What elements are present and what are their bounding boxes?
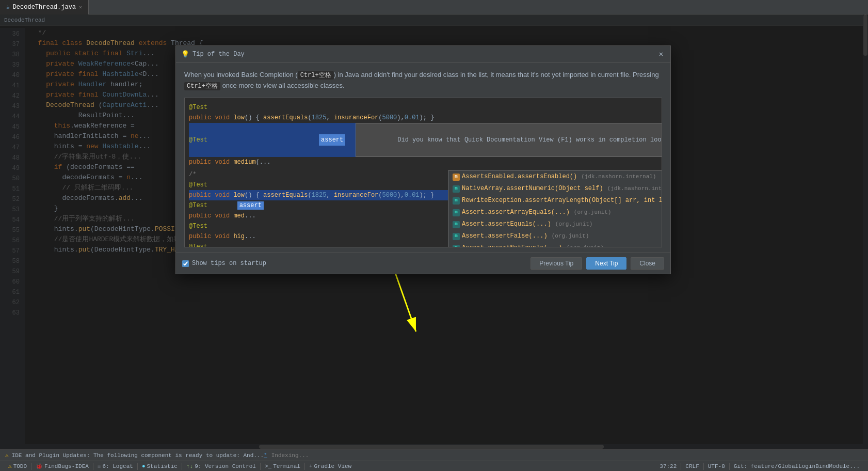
terminal-icon: >_: [265, 463, 271, 469]
comp-icon-3: m: [453, 209, 460, 216]
tip-text: When you invoked Basic Completion (Ctrl+…: [184, 70, 662, 91]
java-icon: ☕: [6, 4, 10, 10]
tab-filename: DecodeThread.java: [13, 4, 76, 11]
message-link[interactable]: *: [264, 452, 267, 459]
next-tip-button[interactable]: Next Tip: [586, 257, 626, 270]
status-line-ending[interactable]: CRLF: [681, 463, 703, 469]
status-vcs[interactable]: ↑↓ 9: Version Control: [182, 461, 260, 471]
comp-item-1[interactable]: m NativeArray.assertNumeric(Object self)…: [448, 183, 662, 195]
status-todo[interactable]: ⚠ TODO: [4, 461, 31, 471]
findbugs-label: FindBugs-IDEA: [44, 463, 89, 469]
tip-dialog: 💡 Tip of the Day ✕ When you invoked Basi…: [175, 45, 671, 274]
dialog-titlebar: 💡 Tip of the Day ✕: [176, 46, 670, 62]
status-position[interactable]: 37:22: [655, 463, 681, 469]
status-encoding[interactable]: UTF-8: [704, 463, 729, 469]
position-label: 37:22: [660, 463, 677, 469]
tip-text-1: When you invoked Basic Completion (: [184, 71, 298, 78]
tip-shortcut-2: Ctrl+空格: [184, 82, 220, 90]
comp-icon-0: m: [453, 174, 460, 181]
dialog-code-snippet: @Test public void low() { assertEquals(1…: [184, 98, 662, 247]
close-button[interactable]: Close: [631, 257, 664, 270]
show-tips-checkbox[interactable]: [182, 260, 189, 267]
gradle-icon: +: [309, 463, 313, 469]
dialog-title-text: Tip of the Day: [192, 51, 245, 58]
show-tips-label: Show tips on startup: [192, 260, 266, 267]
previous-tip-button[interactable]: Previous Tip: [531, 257, 582, 270]
encoding-label: UTF-8: [708, 463, 725, 469]
tip-text-3: once more to view all accessible classes…: [220, 82, 345, 89]
comp-icon-1: m: [453, 185, 460, 193]
status-findbugs[interactable]: 🐞 FindBugs-IDEA: [31, 461, 93, 471]
git-label: Git: feature/GlobalLoginBindModule...: [734, 463, 860, 469]
dialog-title: 💡 Tip of the Day: [181, 50, 245, 58]
status-right: 37:22 CRLF UTF-8 Git: feature/GlobalLogi…: [655, 463, 864, 470]
dialog-body: When you invoked Basic Completion (Ctrl+…: [176, 62, 670, 253]
status-terminal[interactable]: >_ Terminal: [261, 461, 304, 471]
completion-dropdown: m AssertsEnabled.assertsEnabled() (jdk.n…: [448, 170, 662, 247]
comp-item-5[interactable]: m Assert.assertFalse(...) (org.junit): [448, 230, 662, 242]
vcs-label: 9: Version Control: [195, 463, 256, 469]
show-tips-checkbox-label[interactable]: Show tips on startup: [182, 260, 266, 267]
footer-buttons: Previous Tip Next Tip Close: [531, 257, 664, 270]
gradle-label: Gradle View: [314, 463, 352, 469]
warning-icon: ⚠: [5, 452, 9, 459]
vcs-icon: ↑↓: [186, 463, 193, 469]
logcat-icon: ≡: [98, 463, 101, 469]
comp-item-3[interactable]: m Assert.assertArrayEquals(...) (org.jun…: [448, 207, 662, 218]
comp-item-0[interactable]: m AssertsEnabled.assertsEnabled() (jdk.n…: [448, 171, 662, 183]
status-statistic[interactable]: ● Statistic: [138, 461, 182, 471]
indexing-text: Indexing...: [271, 452, 309, 459]
tip-shortcut-1: Ctrl+空格: [298, 71, 334, 80]
bulb-icon: 💡: [181, 50, 189, 58]
comp-icon-2: m: [453, 197, 460, 205]
comp-item-4[interactable]: m Assert.assertEquals(...) (org.junit): [448, 218, 662, 230]
tip-text-2: ) in Java and didn't find your desired c…: [334, 71, 659, 78]
terminal-label: Terminal: [273, 463, 300, 469]
dialog-close-button[interactable]: ✕: [657, 50, 665, 58]
comp-icon-5: m: [453, 233, 460, 240]
comp-icon-4: m: [453, 221, 460, 228]
status-bar: ⚠ TODO 🐞 FindBugs-IDEA ≡ 6: Logcat ● Sta…: [0, 461, 868, 471]
dialog-footer: Show tips on startup Previous Tip Next T…: [176, 253, 670, 274]
todo-label: TODO: [13, 463, 27, 469]
status-gradle[interactable]: + Gradle View: [305, 461, 356, 471]
status-git[interactable]: Git: feature/GlobalLoginBindModule...: [730, 463, 864, 469]
status-logcat[interactable]: ≡ 6: Logcat: [93, 461, 137, 471]
active-tab[interactable]: ☕ DecodeThread.java ✕: [0, 0, 89, 14]
statistic-label: Statistic: [147, 463, 178, 469]
tab-bar: ☕ DecodeThread.java ✕: [0, 0, 868, 14]
message-text: IDE and Plugin Updates: The following co…: [12, 452, 264, 459]
statistic-icon: ●: [142, 463, 146, 469]
completion-tooltip: Did you know that Quick Documentation Vi…: [356, 123, 662, 157]
findbugs-icon: 🐞: [36, 463, 43, 469]
line-ending-label: CRLF: [685, 463, 699, 469]
comp-item-6[interactable]: m Assert.assertNotEquals(...) (org.junit…: [448, 242, 662, 247]
logcat-label: 6: Logcat: [102, 463, 133, 469]
todo-icon: ⚠: [8, 463, 12, 469]
comp-item-2[interactable]: m RewriteException.assertArrayLength(Obj…: [448, 195, 662, 207]
tab-close-btn[interactable]: ✕: [79, 4, 82, 10]
message-bar: ⚠ IDE and Plugin Updates: The following …: [0, 449, 868, 461]
